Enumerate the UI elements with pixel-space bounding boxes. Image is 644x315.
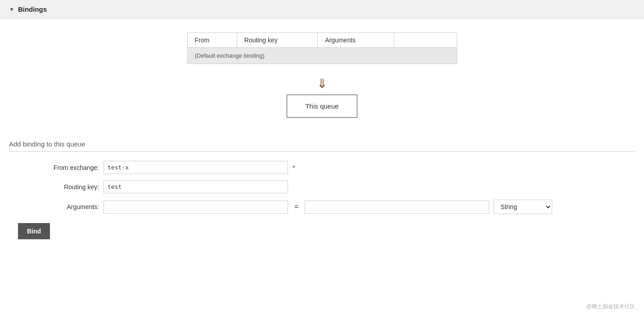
arrow-down-icon: ⇓	[317, 78, 327, 90]
routing-key-row: Routing key:	[27, 180, 635, 193]
equals-sign: =	[294, 203, 298, 211]
col-routing-key: Routing key	[237, 33, 318, 48]
add-binding-title: Add binding to this queue	[9, 140, 635, 152]
arguments-key-input[interactable]	[104, 201, 288, 214]
col-actions	[394, 33, 457, 48]
bindings-title: Bindings	[18, 5, 47, 13]
col-arguments: Arguments	[318, 33, 394, 48]
bindings-header: ▼ Bindings	[0, 0, 644, 19]
routing-key-input[interactable]	[104, 180, 288, 193]
bindings-table: From Routing key Arguments (Default exch…	[187, 32, 457, 64]
arguments-value-input[interactable]	[305, 201, 489, 214]
page-wrapper: ▼ Bindings From Routing key Arguments (D…	[0, 0, 644, 315]
toggle-icon[interactable]: ▼	[9, 6, 14, 13]
type-select[interactable]: String Number Boolean List	[494, 200, 552, 214]
table-row: (Default exchange binding)	[187, 48, 457, 64]
arguments-label: Arguments:	[27, 203, 99, 210]
from-exchange-label: From exchange:	[27, 164, 99, 171]
col-from: From	[187, 33, 237, 48]
footer-text: @稀土掘金技术社区	[586, 303, 635, 310]
from-exchange-input[interactable]	[104, 161, 288, 174]
required-star: *	[293, 164, 295, 171]
form-rows: From exchange: * Routing key: Arguments:…	[9, 161, 635, 214]
routing-key-label: Routing key:	[27, 183, 99, 191]
default-exchange-binding: (Default exchange binding)	[187, 48, 457, 64]
from-exchange-row: From exchange: *	[27, 161, 635, 174]
arguments-row: Arguments: = String Number Boolean List	[27, 200, 635, 214]
queue-box: This queue	[287, 95, 357, 118]
bind-button[interactable]: Bind	[18, 223, 50, 239]
add-binding-section: Add binding to this queue From exchange:…	[0, 140, 644, 248]
bindings-content: From Routing key Arguments (Default exch…	[0, 19, 644, 140]
